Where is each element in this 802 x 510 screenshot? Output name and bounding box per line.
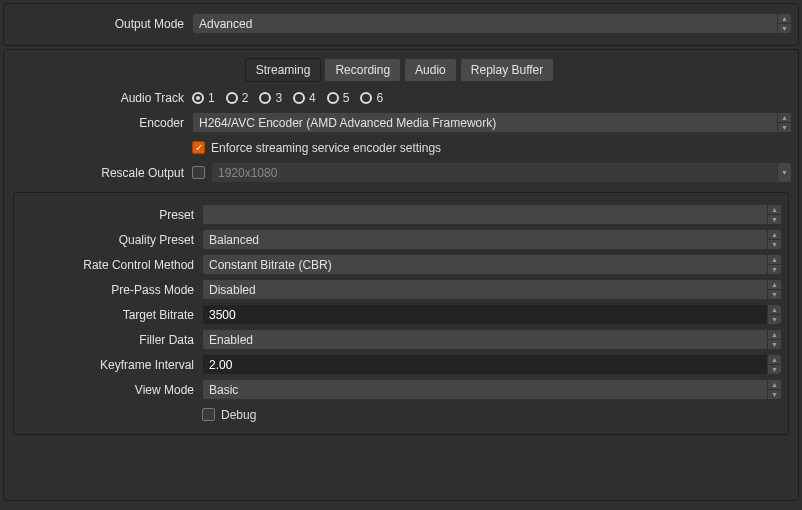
quality-preset-label: Quality Preset	[20, 233, 202, 247]
tab-recording[interactable]: Recording	[324, 58, 401, 82]
encoder-select[interactable]: H264/AVC Encoder (AMD Advanced Media Fra…	[192, 112, 792, 133]
rate-control-stepper[interactable]: ▲▼	[767, 255, 781, 274]
view-mode-label: View Mode	[20, 383, 202, 397]
encoder-label: Encoder	[10, 116, 192, 130]
output-mode-label: Output Mode	[10, 17, 192, 31]
quality-preset-select[interactable]: Balanced ▲▼	[202, 229, 782, 250]
audio-track-6[interactable]: 6	[360, 91, 383, 105]
rate-control-value: Constant Bitrate (CBR)	[209, 258, 332, 272]
prepass-label: Pre-Pass Mode	[20, 283, 202, 297]
filler-data-select[interactable]: Enabled ▲▼	[202, 329, 782, 350]
output-tabs: Streaming Recording Audio Replay Buffer	[10, 58, 792, 82]
view-mode-stepper[interactable]: ▲▼	[767, 380, 781, 399]
audio-track-5[interactable]: 5	[327, 91, 350, 105]
chevron-down-icon[interactable]: ▼	[777, 163, 791, 182]
filler-data-stepper[interactable]: ▲▼	[767, 330, 781, 349]
enforce-label: Enforce streaming service encoder settin…	[211, 141, 441, 155]
tab-replay-buffer[interactable]: Replay Buffer	[460, 58, 555, 82]
audio-track-3[interactable]: 3	[259, 91, 282, 105]
debug-checkbox[interactable]	[202, 408, 215, 421]
target-bitrate-value: 3500	[209, 308, 236, 322]
preset-stepper[interactable]: ▲▼	[767, 205, 781, 224]
radio-icon	[327, 92, 339, 104]
encoder-stepper[interactable]: ▲▼	[777, 113, 791, 132]
quality-preset-stepper[interactable]: ▲▼	[767, 230, 781, 249]
target-bitrate-label: Target Bitrate	[20, 308, 202, 322]
radio-icon	[293, 92, 305, 104]
rate-control-label: Rate Control Method	[20, 258, 202, 272]
debug-label: Debug	[221, 408, 256, 422]
encoder-settings-group: Preset ▲▼ Quality Preset Balanced ▲▼ Rat…	[13, 192, 789, 435]
preset-label: Preset	[20, 208, 202, 222]
keyframe-label: Keyframe Interval	[20, 358, 202, 372]
keyframe-value: 2.00	[209, 358, 232, 372]
radio-icon	[226, 92, 238, 104]
preset-select[interactable]: ▲▼	[202, 204, 782, 225]
prepass-value: Disabled	[209, 283, 256, 297]
view-mode-select[interactable]: Basic ▲▼	[202, 379, 782, 400]
radio-icon	[259, 92, 271, 104]
prepass-stepper[interactable]: ▲▼	[767, 280, 781, 299]
keyframe-input[interactable]: 2.00 ▲▼	[202, 354, 782, 375]
rescale-label: Rescale Output	[10, 166, 192, 180]
radio-icon	[192, 92, 204, 104]
target-bitrate-input[interactable]: 3500 ▲▼	[202, 304, 782, 325]
rescale-select[interactable]: 1920x1080 ▼	[211, 162, 792, 183]
tab-streaming[interactable]: Streaming	[245, 58, 322, 82]
audio-track-2[interactable]: 2	[226, 91, 249, 105]
filler-data-label: Filler Data	[20, 333, 202, 347]
audio-track-group: 1 2 3 4 5 6	[192, 86, 792, 109]
prepass-select[interactable]: Disabled ▲▼	[202, 279, 782, 300]
view-mode-value: Basic	[209, 383, 238, 397]
output-mode-value: Advanced	[199, 17, 252, 31]
audio-track-1[interactable]: 1	[192, 91, 215, 105]
keyframe-stepper[interactable]: ▲▼	[767, 355, 781, 374]
output-mode-select[interactable]: Advanced ▲▼	[192, 13, 792, 34]
output-mode-stepper[interactable]: ▲▼	[777, 14, 791, 33]
tab-audio[interactable]: Audio	[404, 58, 457, 82]
filler-data-value: Enabled	[209, 333, 253, 347]
target-bitrate-stepper[interactable]: ▲▼	[767, 305, 781, 324]
rescale-checkbox[interactable]	[192, 166, 205, 179]
enforce-checkbox[interactable]: ✓	[192, 141, 205, 154]
audio-track-4[interactable]: 4	[293, 91, 316, 105]
rate-control-select[interactable]: Constant Bitrate (CBR) ▲▼	[202, 254, 782, 275]
encoder-value: H264/AVC Encoder (AMD Advanced Media Fra…	[199, 116, 496, 130]
radio-icon	[360, 92, 372, 104]
quality-preset-value: Balanced	[209, 233, 259, 247]
rescale-value: 1920x1080	[218, 166, 277, 180]
audio-track-label: Audio Track	[10, 91, 192, 105]
